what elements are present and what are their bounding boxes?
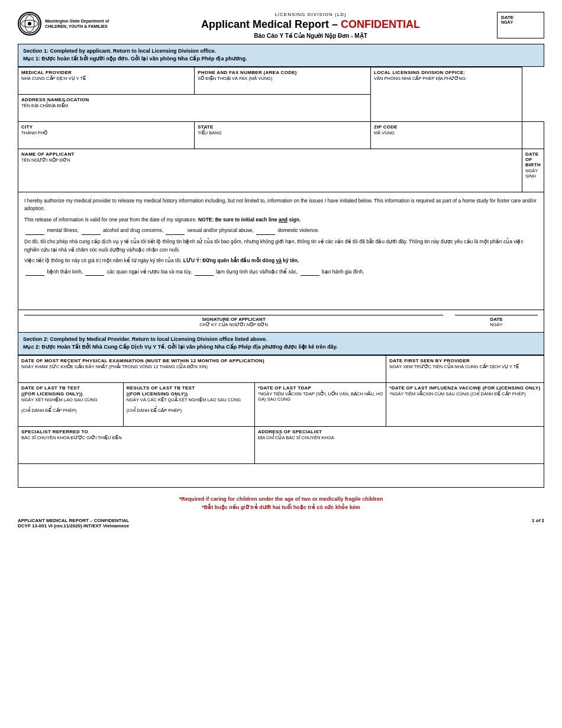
sig-label-vi: CHỮ KÝ CỦA NGƯỜI NỘP ĐƠN <box>24 322 443 327</box>
row-provider-phone: MEDICAL PROVIDER NHÀ CUNG CẤP DỊCH VỤ Y … <box>18 67 544 94</box>
auth-para3: mental illness, alcohol and drug concern… <box>24 227 538 235</box>
confidential-label: CONFIDENTIAL <box>341 18 420 30</box>
logo-area: Washington State Department of CHILDREN,… <box>18 12 124 36</box>
cell-local-office: LOCAL LICENSING DIVISION OFFICE: VĂN PHÒ… <box>370 67 522 121</box>
agency-logo <box>18 12 41 36</box>
form-main-title: Applicant Medical Report – CONFIDENTIAL <box>124 18 497 31</box>
cell-physical-exam: DATE OF MOST RECENT PHYSICAL EXAMINATION… <box>18 355 386 382</box>
footer-page-number: 1 of 2 <box>532 518 544 529</box>
cell-state: STATE TIỂU BANG <box>195 121 371 149</box>
blank-row <box>18 463 544 487</box>
sig-date-container: DATE NGÀY <box>455 315 538 327</box>
cell-phone-fax: PHONE AND FAX NUMBER (AREA CODE) SỐ ĐIỆN… <box>195 67 371 94</box>
form-subtitle: Báo Cáo Y Tế Của Người Nộp Đơn - MẬT <box>124 33 497 39</box>
cell-city: CITY THÀNH PHỐ <box>18 121 195 149</box>
cell-specialist-address: ADDRESS OF SPECIALIST ĐỊA CHỈ CỦA BÁC SĨ… <box>255 426 544 463</box>
date-box: DATE NGÀY <box>497 12 544 38</box>
sig-label-en: SIGNATURE OF APPLICANT <box>24 317 443 322</box>
signature-line-container: SIGNATURE OF APPLICANT CHỮ KÝ CỦA NGƯỜI … <box>24 315 443 327</box>
signature-line <box>24 315 443 315</box>
cell-medical-provider: MEDICAL PROVIDER NHÀ CUNG CẤP DỊCH VỤ Y … <box>18 67 195 94</box>
row-exam-dates: DATE OF MOST RECENT PHYSICAL EXAMINATION… <box>18 355 544 382</box>
footer-doc-info: APPLICANT MEDICAL REPORT – CONFIDENTIAL … <box>18 518 129 529</box>
cell-tdap: *DATE OF LAST TDAP *NGÀY TIÊM VẮCXIN TDA… <box>255 382 386 426</box>
row-specialist: SPECIALIST REFERRED TO BÁC SĨ CHUYÊN KHO… <box>18 426 544 463</box>
footer-doc-number: DCYF 13-001 VI (rev.11/2020) INT/EXT Vie… <box>18 523 129 529</box>
required-note-en: *Required if caring for children under t… <box>18 495 544 503</box>
cell-local-office-extra <box>522 121 544 149</box>
cell-influenza: *DATE OF LAST INFLUENZA VACCINE (FOR LIC… <box>386 382 544 426</box>
sig-date-label-vi: NGÀY <box>455 322 538 327</box>
form-section2-table: DATE OF MOST RECENT PHYSICAL EXAMINATION… <box>18 355 544 488</box>
cell-first-seen: DATE FIRST SEEN BY PROVIDER NGÀY XEM TRƯ… <box>386 355 544 382</box>
row-city-state-zip: CITY THÀNH PHỐ STATE TIỂU BANG ZIP CODE … <box>18 121 544 149</box>
division-label: LICENSING DIVISION (LD) <box>124 12 497 17</box>
section1-header: Section 1: Completed by applicant. Retur… <box>18 44 544 67</box>
page-footer: APPLICANT MEDICAL REPORT – CONFIDENTIAL … <box>18 518 544 529</box>
auth-para2: This release of information is valid for… <box>24 216 538 224</box>
row-applicant-dob: NAME OF APPLICANT TÊN NGƯỜI NỘP ĐƠN DATE… <box>18 149 544 192</box>
section2-header: Section 2: Completed by Medical Provider… <box>18 333 544 355</box>
cell-tb-date: DATE OF LAST TB TEST ((FOR LICENSING ONL… <box>18 382 124 426</box>
cell-applicant-name: NAME OF APPLICANT TÊN NGƯỜI NỘP ĐƠN <box>18 149 522 192</box>
form-section1-table: MEDICAL PROVIDER NHÀ CUNG CẤP DỊCH VỤ Y … <box>18 67 544 192</box>
required-note-vi: *Bắt buộc nếu giữ trẻ dưới hai tuổi hoặc… <box>18 503 544 511</box>
signature-area: SIGNATURE OF APPLICANT CHỮ KÝ CỦA NGƯỜI … <box>18 310 544 333</box>
cell-zip: ZIP CODE MÃ VÙNG <box>370 121 522 149</box>
auth-para5: Việc tiết lộ thông tin này có giá trị mộ… <box>24 257 538 265</box>
form-title-area: LICENSING DIVISION (LD) Applicant Medica… <box>124 12 497 39</box>
cell-tb-results: RESULTS OF LAST TB TEST ((FOR LICENSING … <box>123 382 254 426</box>
row-tb-vaccines: DATE OF LAST TB TEST ((FOR LICENSING ONL… <box>18 382 544 426</box>
auth-para4: Do đó, tôi cho phép nhà cung cấp dịch vụ… <box>24 238 538 254</box>
sig-date-line <box>455 315 538 315</box>
authorization-text: I hereby authorize my medical provider t… <box>18 192 544 310</box>
cell-address: ADDRESS NAME/LOCATION TÊN ĐỊA CHỈ/ĐỊA ĐI… <box>18 94 371 121</box>
auth-para1: I hereby authorize my medical provider t… <box>24 197 538 213</box>
page-header: Washington State Department of CHILDREN,… <box>18 12 544 39</box>
required-note: *Required if caring for children under t… <box>18 495 544 512</box>
svg-point-3 <box>28 22 31 25</box>
auth-para6: bệnh thần kinh, các quan ngại về rượu bi… <box>24 268 538 276</box>
cell-dob: DATE OF BIRTH NGÀY SINH <box>522 149 544 192</box>
agency-name: Washington State Department of CHILDREN,… <box>45 18 109 29</box>
cell-specialist: SPECIALIST REFERRED TO BÁC SĨ CHUYÊN KHO… <box>18 426 255 463</box>
sig-date-label-en: DATE <box>455 317 538 322</box>
footer-doc-name: APPLICANT MEDICAL REPORT – CONFIDENTIAL <box>18 518 129 523</box>
